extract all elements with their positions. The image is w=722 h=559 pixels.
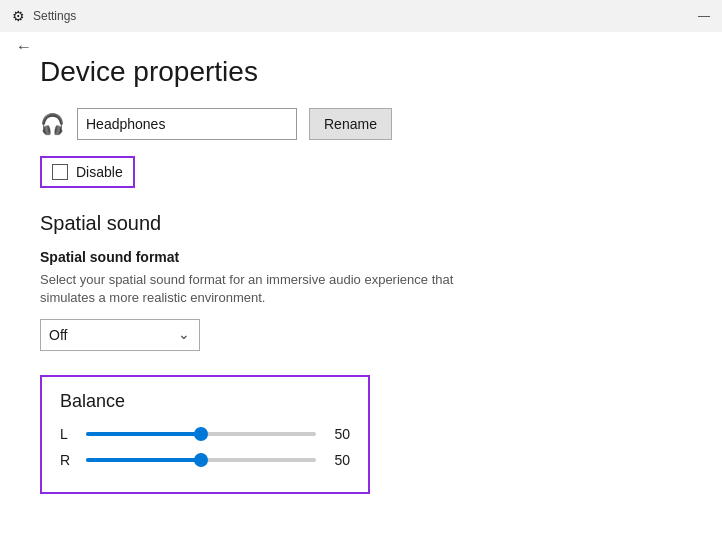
left-slider-thumb[interactable] bbox=[194, 427, 208, 441]
titlebar: ⚙ Settings — bbox=[0, 0, 722, 32]
spatial-sound-title: Spatial sound bbox=[40, 212, 682, 235]
spatial-dropdown[interactable]: Off Windows Sonic for Headphones Dolby A… bbox=[40, 319, 200, 351]
titlebar-left: ⚙ Settings bbox=[12, 8, 76, 24]
left-slider-value: 50 bbox=[326, 426, 350, 442]
back-button[interactable]: ← bbox=[16, 38, 32, 56]
spatial-format-label: Spatial sound format bbox=[40, 249, 682, 265]
right-slider-row: R 50 bbox=[60, 452, 350, 468]
balance-title: Balance bbox=[60, 391, 350, 412]
right-slider-fill bbox=[86, 458, 201, 462]
minimize-button[interactable]: — bbox=[698, 9, 710, 23]
right-slider-value: 50 bbox=[326, 452, 350, 468]
right-slider-thumb[interactable] bbox=[194, 453, 208, 467]
spatial-dropdown-wrapper: Off Windows Sonic for Headphones Dolby A… bbox=[40, 319, 200, 351]
settings-icon: ⚙ bbox=[12, 8, 25, 24]
rename-button[interactable]: Rename bbox=[309, 108, 392, 140]
disable-label[interactable]: Disable bbox=[76, 164, 123, 180]
device-row: 🎧 Rename bbox=[40, 108, 682, 140]
right-slider-track bbox=[86, 458, 316, 462]
headphone-icon: 🎧 bbox=[40, 112, 65, 136]
device-name-input[interactable] bbox=[77, 108, 297, 140]
disable-row: Disable bbox=[40, 156, 135, 188]
left-slider-track bbox=[86, 432, 316, 436]
left-slider-fill bbox=[86, 432, 201, 436]
titlebar-title: Settings bbox=[33, 9, 76, 23]
spatial-format-desc: Select your spatial sound format for an … bbox=[40, 271, 460, 307]
page-title: Device properties bbox=[40, 56, 682, 88]
disable-checkbox[interactable] bbox=[52, 164, 68, 180]
right-channel-label: R bbox=[60, 452, 76, 468]
header-bar: ← bbox=[0, 32, 722, 56]
left-channel-label: L bbox=[60, 426, 76, 442]
main-content: Device properties 🎧 Rename Disable Spati… bbox=[0, 56, 722, 518]
balance-box: Balance L 50 R 50 bbox=[40, 375, 370, 494]
left-slider-row: L 50 bbox=[60, 426, 350, 442]
